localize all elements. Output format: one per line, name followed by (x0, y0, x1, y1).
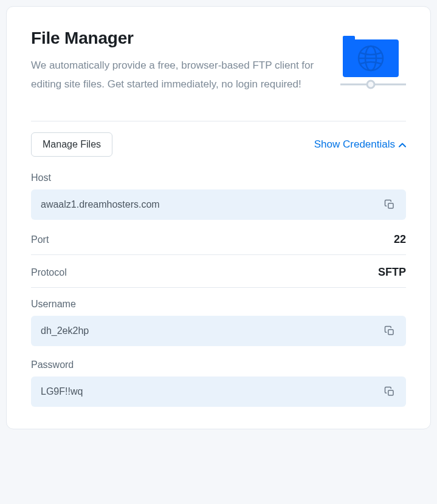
port-row: Port 22 (31, 233, 406, 255)
copy-password-button[interactable] (383, 385, 396, 398)
username-label: Username (31, 299, 406, 310)
copy-icon (384, 325, 395, 336)
host-section: Host awaalz1.dreamhosters.com (31, 172, 406, 220)
chevron-up-icon (399, 140, 406, 149)
port-value: 22 (394, 233, 406, 246)
password-value: LG9F!!wq (41, 386, 83, 397)
username-value: dh_2ek2hp (41, 325, 89, 336)
password-section: Password LG9F!!wq (31, 359, 406, 407)
divider (31, 121, 406, 121)
password-value-box: LG9F!!wq (31, 376, 406, 407)
svg-rect-9 (388, 390, 393, 395)
username-value-box: dh_2ek2hp (31, 316, 406, 346)
copy-icon (384, 199, 395, 210)
svg-point-6 (367, 81, 374, 88)
copy-host-button[interactable] (383, 198, 396, 211)
header-text: File Manager We automatically provide a … (31, 29, 323, 94)
header-row: File Manager We automatically provide a … (31, 29, 406, 97)
svg-rect-7 (388, 203, 393, 208)
protocol-label: Protocol (31, 267, 67, 278)
page-title: File Manager (31, 29, 323, 48)
file-manager-card: File Manager We automatically provide a … (6, 6, 431, 429)
protocol-value: SFTP (378, 266, 406, 279)
host-label: Host (31, 172, 406, 183)
folder-globe-icon (340, 29, 406, 97)
show-credentials-toggle[interactable]: Show Credentials (314, 138, 406, 151)
port-label: Port (31, 234, 49, 245)
copy-username-button[interactable] (383, 324, 396, 338)
copy-icon (384, 386, 395, 397)
username-section: Username dh_2ek2hp (31, 299, 406, 346)
show-credentials-label: Show Credentials (314, 138, 395, 151)
host-value: awaalz1.dreamhosters.com (41, 199, 160, 210)
protocol-row: Protocol SFTP (31, 266, 406, 288)
manage-files-button[interactable]: Manage Files (31, 132, 112, 157)
host-value-box: awaalz1.dreamhosters.com (31, 189, 406, 220)
actions-row: Manage Files Show Credentials (31, 132, 406, 157)
page-description: We automatically provide a free, browser… (31, 56, 323, 94)
password-label: Password (31, 359, 406, 370)
svg-rect-8 (388, 330, 393, 335)
